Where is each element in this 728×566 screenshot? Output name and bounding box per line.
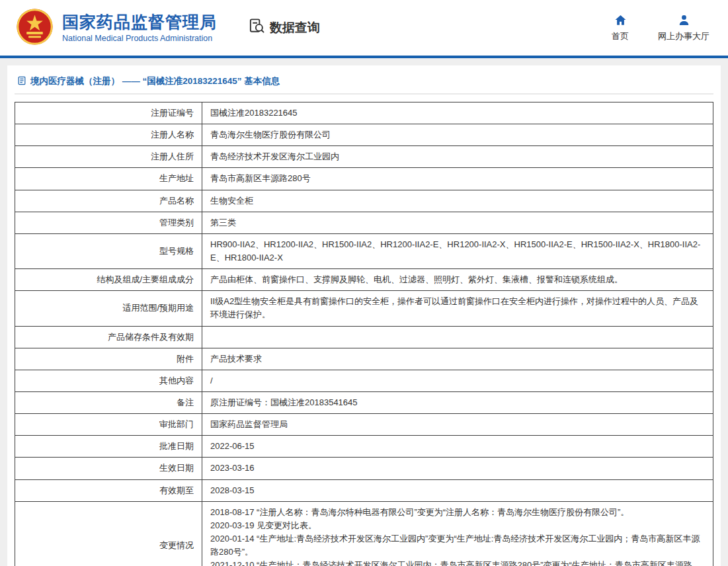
table-row: 型号规格 HR900-IIA2、HR1200-IIA2、HR1500-IIA2、… bbox=[15, 233, 713, 268]
table-row: 审批部门 国家药品监督管理局 bbox=[15, 414, 713, 436]
table-row: 变更情况 2018-08-17 “注册人名称：青岛海尔特种电器有限公司”变更为“… bbox=[15, 501, 713, 566]
top-nav: 首页 网上办事大厅 bbox=[612, 14, 709, 42]
home-icon bbox=[614, 14, 627, 28]
field-label: 批准日期 bbox=[15, 436, 202, 458]
org-name-cn: 国家药品监督管理局 bbox=[62, 13, 217, 32]
table-row: 批准日期 2022-06-15 bbox=[15, 436, 713, 458]
table-row: 有效期至 2028-03-15 bbox=[15, 479, 713, 501]
field-label: 审批部门 bbox=[15, 414, 202, 436]
table-row: 备注 原注册证编号：国械注准20183541645 bbox=[15, 391, 713, 413]
nav-item-home[interactable]: 首页 bbox=[612, 14, 629, 42]
field-label: 产品储存条件及有效期 bbox=[15, 326, 202, 348]
field-value: 产品技术要求 bbox=[202, 348, 713, 370]
table-row: 结构及组成/主要组成成分 产品由柜体、前窗操作口、支撑脚及脚轮、电机、过滤器、照… bbox=[15, 269, 713, 291]
org-name-block: 国家药品监督管理局 National Medical Products Admi… bbox=[62, 13, 217, 43]
field-value: / bbox=[202, 370, 713, 391]
field-value: 青岛经济技术开发区海尔工业园内 bbox=[202, 146, 713, 168]
person-icon bbox=[678, 14, 690, 28]
field-label: 注册人住所 bbox=[15, 146, 202, 168]
field-value: 青岛海尔生物医疗股份有限公司 bbox=[202, 124, 713, 146]
field-label: 附件 bbox=[15, 348, 202, 370]
field-label: 产品名称 bbox=[15, 190, 202, 212]
table-row: 其他内容 / bbox=[15, 370, 713, 391]
site-header: 国家药品监督管理局 National Medical Products Admi… bbox=[0, 0, 728, 58]
document-icon bbox=[17, 76, 26, 87]
field-value: 2018-08-17 “注册人名称：青岛海尔特种电器有限公司”变更为“注册人名称… bbox=[202, 501, 713, 566]
field-label: 型号规格 bbox=[15, 233, 202, 268]
data-query-label: 数据查询 bbox=[270, 19, 320, 36]
field-value: 青岛市高新区丰源路280号 bbox=[202, 168, 713, 190]
field-value: 2028-03-15 bbox=[202, 479, 713, 501]
table-row: 注册证编号 国械注准20183221645 bbox=[15, 102, 713, 124]
table-row: 注册人名称 青岛海尔生物医疗股份有限公司 bbox=[15, 124, 713, 146]
field-label: 备注 bbox=[15, 391, 202, 413]
nav-online-hall-label: 网上办事大厅 bbox=[658, 30, 709, 42]
table-row: 生产地址 青岛市高新区丰源路280号 bbox=[15, 168, 713, 190]
page-title-text: 境内医疗器械（注册） —— “国械注准20183221645” 基本信息 bbox=[30, 75, 280, 87]
page-title: 境内医疗器械（注册） —— “国械注准20183221645” 基本信息 bbox=[15, 69, 713, 95]
field-value: 产品由柜体、前窗操作口、支撑脚及脚轮、电机、过滤器、照明灯、紫外灯、集液槽、报警… bbox=[202, 269, 713, 291]
table-row: 注册人住所 青岛经济技术开发区海尔工业园内 bbox=[15, 146, 713, 168]
field-value: 国械注准20183221645 bbox=[202, 102, 713, 124]
field-label: 管理类别 bbox=[15, 212, 202, 233]
field-value: HR900-IIA2、HR1200-IIA2、HR1500-IIA2、HR120… bbox=[202, 233, 713, 268]
field-label: 变更情况 bbox=[15, 501, 202, 566]
field-value: 2023-03-16 bbox=[202, 458, 713, 479]
field-value bbox=[202, 326, 713, 348]
field-label: 生产地址 bbox=[15, 168, 202, 190]
table-row: 产品储存条件及有效期 bbox=[15, 326, 713, 348]
field-label: 有效期至 bbox=[15, 479, 202, 501]
field-value: 原注册证编号：国械注准20183541645 bbox=[202, 391, 713, 413]
document-search-icon bbox=[249, 18, 265, 38]
registration-info-card: 境内医疗器械（注册） —— “国械注准20183221645” 基本信息 注册证… bbox=[7, 65, 721, 566]
table-row: 管理类别 第三类 bbox=[15, 212, 713, 233]
field-label: 其他内容 bbox=[15, 370, 202, 391]
table-row: 产品名称 生物安全柜 bbox=[15, 190, 713, 212]
field-label: 注册证编号 bbox=[15, 102, 202, 124]
field-label: 适用范围/预期用途 bbox=[15, 291, 202, 326]
national-emblem-icon bbox=[16, 8, 54, 48]
nav-home-label: 首页 bbox=[612, 30, 629, 42]
table-row: 生效日期 2023-03-16 bbox=[15, 458, 713, 479]
field-label: 注册人名称 bbox=[15, 124, 202, 146]
data-query-section-link[interactable]: 数据查询 bbox=[249, 18, 320, 38]
org-name-en: National Medical Products Administration bbox=[62, 34, 217, 43]
table-row: 适用范围/预期用途 II级A2型生物安全柜是具有前窗操作口的安全柜，操作者可以通… bbox=[15, 291, 713, 326]
field-value: 国家药品监督管理局 bbox=[202, 414, 713, 436]
nav-item-online-hall[interactable]: 网上办事大厅 bbox=[658, 14, 709, 42]
field-label: 生效日期 bbox=[15, 458, 202, 479]
field-value: 生物安全柜 bbox=[202, 190, 713, 212]
field-value: II级A2型生物安全柜是具有前窗操作口的安全柜，操作者可以通过前窗操作口在安全柜… bbox=[202, 291, 713, 326]
site-logo[interactable]: 国家药品监督管理局 National Medical Products Admi… bbox=[16, 8, 217, 48]
field-label: 结构及组成/主要组成成分 bbox=[15, 269, 202, 291]
registration-info-table: 注册证编号 国械注准20183221645 注册人名称 青岛海尔生物医疗股份有限… bbox=[15, 102, 713, 566]
field-value: 第三类 bbox=[202, 212, 713, 233]
table-row: 附件 产品技术要求 bbox=[15, 348, 713, 370]
field-value: 2022-06-15 bbox=[202, 436, 713, 458]
